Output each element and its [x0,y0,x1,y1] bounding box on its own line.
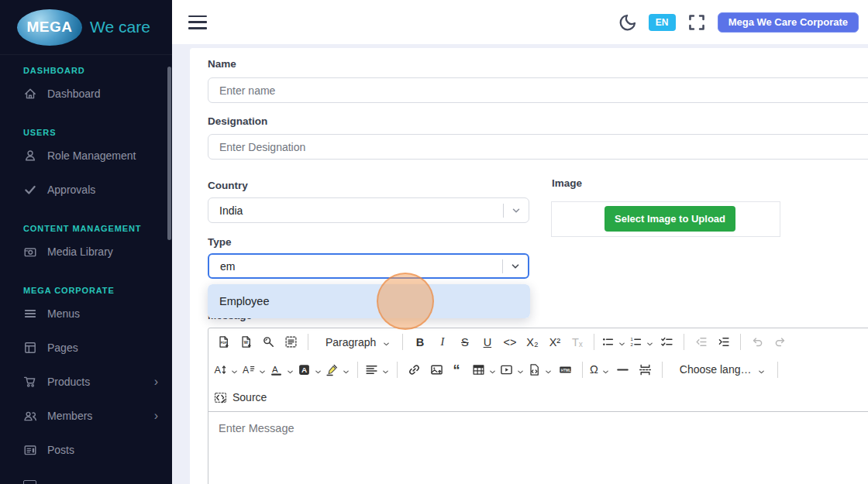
toolbar-select-all[interactable] [281,331,301,352]
toolbar-insert-media[interactable] [500,359,525,380]
type-label: Type [208,236,232,248]
toolbar-numbered-list[interactable]: 12 [629,331,654,352]
chevron-right-icon: › [154,376,158,388]
sidebar-item-posts[interactable]: Posts [0,433,172,467]
toolbar-font-family[interactable]: A [242,359,267,380]
mega-logo-ellipse: MEGA [17,9,82,46]
toolbar-separator [402,334,403,350]
toolbar-code[interactable]: <> [500,331,519,352]
toolbar-page-break[interactable] [636,359,655,380]
toolbar-outdent[interactable] [691,331,711,352]
toolbar-separator [777,362,778,378]
toolbar-indent[interactable] [714,331,733,352]
chevron-down-icon [230,366,239,374]
fullscreen-button[interactable] [687,13,706,32]
sidebar: MEGA We care DASHBOARDDashboardUSERSRole… [0,0,172,484]
chevron-down-icon [601,366,610,374]
language-badge[interactable]: EN [649,14,676,31]
designation-input[interactable] [208,134,868,160]
sidebar-toggle-icon[interactable] [188,15,207,29]
insert-table-icon [472,363,485,376]
sidebar-item-pages[interactable]: Pages [0,331,172,365]
toolbar-separator [357,362,358,378]
chevron-down-icon [618,338,626,346]
toolbar-source-editing[interactable]: Source [214,387,270,408]
chevron-down-icon [511,205,522,216]
sidebar-item-members[interactable]: Members› [0,399,172,433]
toolbar-remove-format[interactable]: Tₓ [567,331,587,352]
toolbar-font-background-color[interactable]: A [298,359,322,380]
toolbar-bulleted-list[interactable] [601,331,626,352]
sidebar-item-products[interactable]: Products› [0,365,172,399]
fullscreen-icon [687,13,706,32]
sidebar-item-label: Dashboard [47,88,101,100]
toolbar-find-and-replace[interactable] [259,331,278,352]
svg-text:A: A [215,364,222,376]
toolbar-subscript[interactable]: X₂ [522,331,542,352]
sidebar-nav: DASHBOARDDashboardUSERSRole ManagementAp… [0,66,172,467]
sidebar-item-role-management[interactable]: Role Management [0,139,172,173]
toolbar-export-word[interactable]: W [236,331,256,352]
font-color-icon: A [270,363,283,376]
editor-toolbar: PDFWParagraphBISU<>X₂X²Tₓ12 AAAA“HTMLΩCh… [208,328,868,412]
sidebar-item-menus[interactable]: Menus [0,297,172,331]
sidebar-item-label: Posts [47,444,74,456]
toolbar-redo[interactable] [770,331,790,352]
select-image-button[interactable]: Select Image to Upload [604,206,735,232]
toolbar-row-1: PDFWParagraphBISU<>X₂X²Tₓ12 [208,328,868,355]
toolbar-insert-table[interactable] [472,359,497,380]
indent-icon [717,335,730,348]
type-dropdown-panel: Employee [208,284,530,318]
name-input[interactable] [208,77,868,103]
top-bar: EN Mega We Care Corporate [172,0,868,44]
toolbar-heading-dropdown[interactable]: Paragraph [320,331,391,352]
toolbar-strikethrough[interactable]: S [455,331,474,352]
type-select[interactable]: em [208,253,529,279]
toolbar-code-block[interactable] [528,359,553,380]
menu-icon [23,307,37,321]
dropdown-option-employee[interactable]: Employee [208,284,530,318]
chevron-down-icon [544,366,553,374]
country-value: India [219,204,503,217]
toolbar-separator [397,362,398,378]
toolbar-text-alignment[interactable] [365,359,390,380]
check-icon [23,183,37,197]
toolbar-link[interactable] [405,359,424,380]
svg-text:A: A [243,365,250,376]
toolbar-font-color[interactable]: A [270,359,294,380]
toolbar-highlight[interactable] [326,359,350,380]
sidebar-scrollbar-thumb[interactable] [167,67,171,240]
toolbar-superscript[interactable]: X² [545,331,564,352]
toolbar-html-embed[interactable]: HTML [556,359,575,380]
chevron-down-icon [488,366,497,374]
font-background-color-icon: A [298,363,311,376]
toolbar-block-quote[interactable]: “ [450,359,469,380]
country-select[interactable]: India [208,197,529,223]
editor-content-area[interactable]: Enter Message [208,412,868,484]
toolbar-font-size[interactable]: A [214,359,239,380]
toolbar-italic[interactable]: I [432,331,452,352]
rich-text-editor: PDFWParagraphBISU<>X₂X²Tₓ12 AAAA“HTMLΩCh… [208,328,868,484]
toolbar-special-characters[interactable]: Ω [590,359,610,380]
toolbar-remove-format-glyph: Tₓ [572,336,583,348]
source-editing-icon [214,391,227,404]
sidebar-item-dashboard[interactable]: Dashboard [0,77,172,111]
cart-icon [23,375,37,389]
workspace-button[interactable]: Mega We Care Corporate [718,12,859,33]
export-word-icon: W [239,335,253,348]
dark-mode-toggle[interactable] [618,13,637,32]
sidebar-section-heading: DASHBOARD [23,66,172,77]
toolbar-export-pdf[interactable]: PDF [214,331,233,352]
toolbar-todo-list[interactable] [657,331,677,352]
toolbar-horizontal-line[interactable] [613,359,632,380]
brand-logo[interactable]: MEGA We care [0,0,172,55]
svg-text:A: A [272,364,278,373]
image-upload-box: Select Image to Upload [551,201,780,237]
toolbar-bold[interactable]: B [410,331,429,352]
toolbar-undo[interactable] [748,331,767,352]
sidebar-item-approvals[interactable]: Approvals [0,173,172,207]
toolbar-language-dropdown[interactable]: Choose lang… [674,359,766,380]
toolbar-underline[interactable]: U [477,331,497,352]
sidebar-item-media-library[interactable]: Media Library [0,235,172,269]
toolbar-insert-image[interactable] [427,359,446,380]
